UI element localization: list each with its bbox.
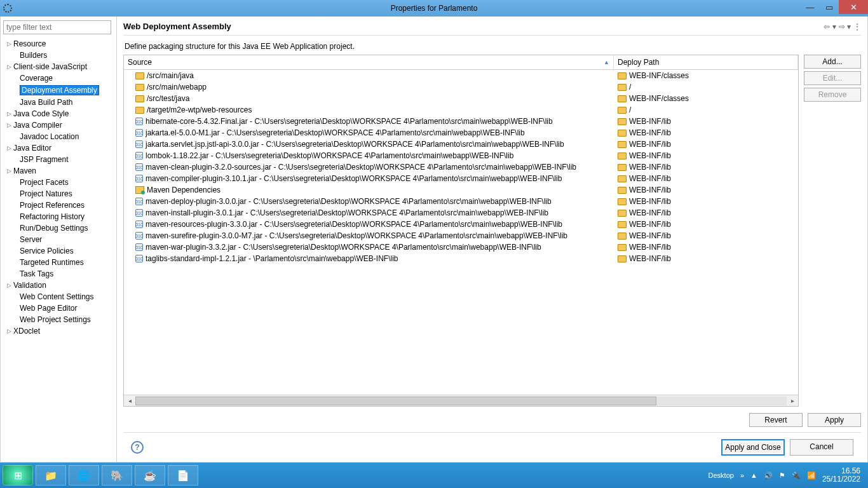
forward-icon[interactable]: ⇨ ▾ bbox=[839, 22, 851, 31]
deploy-cell: WEB-INF/lib bbox=[614, 163, 798, 172]
sidebar-item-web-content-settings[interactable]: Web Content Settings bbox=[3, 291, 114, 302]
table-row[interactable]: /src/main/javaWEB-INF/classes bbox=[124, 70, 798, 81]
clock[interactable]: 16.56 25/11/2022 bbox=[822, 467, 860, 484]
page-description: Define packaging structure for this Java… bbox=[123, 36, 861, 55]
sidebar-item-project-references[interactable]: Project References bbox=[3, 200, 114, 211]
chrome-icon[interactable]: 🌐 bbox=[69, 465, 99, 485]
jar-icon: 010 bbox=[135, 209, 143, 217]
sidebar-item-server[interactable]: Server bbox=[3, 234, 114, 245]
folder-icon bbox=[618, 244, 627, 251]
category-sidebar: ▷ResourceBuilders▷Client-side JavaScript… bbox=[1, 17, 117, 462]
help-icon[interactable]: ? bbox=[131, 441, 144, 454]
add-button[interactable]: Add... bbox=[804, 55, 861, 69]
apply-button[interactable]: Apply bbox=[808, 413, 861, 427]
folder-icon bbox=[618, 107, 627, 114]
cancel-button[interactable]: Cancel bbox=[790, 439, 853, 456]
table-row-empty bbox=[124, 287, 798, 299]
sidebar-item-java-compiler[interactable]: ▷Java Compiler bbox=[3, 119, 114, 131]
sidebar-item-project-facets[interactable]: Project Facets bbox=[3, 177, 114, 188]
deploy-cell: WEB-INF/lib bbox=[614, 197, 798, 206]
table-row[interactable]: 010hibernate-core-5.4.32.Final.jar - C:\… bbox=[124, 116, 798, 127]
sidebar-item-java-build-path[interactable]: Java Build Path bbox=[3, 97, 114, 108]
table-row[interactable]: 010maven-install-plugin-3.0.1.jar - C:\U… bbox=[124, 207, 798, 219]
sidebar-item-refactoring-history[interactable]: Refactoring History bbox=[3, 211, 114, 222]
table-row[interactable]: 010maven-war-plugin-3.3.2.jar - C:\Users… bbox=[124, 241, 798, 253]
desktop-toolbar-label[interactable]: Desktop bbox=[709, 471, 734, 479]
flag-icon[interactable]: ⚑ bbox=[779, 471, 785, 480]
sidebar-item-run-debug-settings[interactable]: Run/Debug Settings bbox=[3, 222, 114, 234]
table-row[interactable]: 010jakarta.el-5.0.0-M1.jar - C:\Users\se… bbox=[124, 127, 798, 139]
sort-indicator-icon: ▲ bbox=[604, 59, 609, 65]
tray-chevron-icon[interactable]: » bbox=[740, 471, 744, 479]
tray-up-icon[interactable]: ▲ bbox=[750, 471, 757, 479]
sidebar-item-resource[interactable]: ▷Resource bbox=[3, 38, 114, 50]
sidebar-item-maven[interactable]: ▷Maven bbox=[3, 165, 114, 177]
jar-icon: 010 bbox=[135, 129, 143, 137]
start-button[interactable]: ⊞ bbox=[3, 465, 33, 485]
sidebar-item-jsp-fragment[interactable]: JSP Fragment bbox=[3, 154, 114, 165]
table-row[interactable]: 010lombok-1.18.22.jar - C:\Users\segrete… bbox=[124, 150, 798, 161]
minimize-button[interactable]: — bbox=[801, 0, 820, 14]
power-icon[interactable]: 🔌 bbox=[792, 471, 801, 480]
jar-icon: 010 bbox=[135, 152, 143, 159]
apply-close-button[interactable]: Apply and Close bbox=[721, 439, 785, 456]
sidebar-item-label: Service Policies bbox=[20, 247, 74, 255]
page-title: Web Deployment Assembly bbox=[123, 22, 231, 31]
sidebar-item-service-policies[interactable]: Service Policies bbox=[3, 245, 114, 257]
table-row[interactable]: /target/m2e-wtp/web-resources/ bbox=[124, 104, 798, 116]
revert-button[interactable]: Revert bbox=[749, 413, 803, 427]
notepad-icon[interactable]: 📄 bbox=[168, 465, 198, 485]
source-cell: 010maven-resources-plugin-3.3.0.jar - C:… bbox=[124, 220, 614, 229]
table-row[interactable]: 010jakarta.servlet.jsp.jstl-api-3.0.0.ja… bbox=[124, 139, 798, 150]
sidebar-item-java-editor[interactable]: ▷Java Editor bbox=[3, 142, 114, 154]
table-row[interactable]: /src/test/javaWEB-INF/classes bbox=[124, 93, 798, 104]
sidebar-item-label: JSP Fragment bbox=[20, 155, 68, 164]
pgadmin-icon[interactable]: 🐘 bbox=[102, 465, 132, 485]
source-cell: /src/main/webapp bbox=[124, 83, 614, 92]
sidebar-item-validation[interactable]: ▷Validation bbox=[3, 280, 114, 291]
sidebar-item-deployment-assembly[interactable]: Deployment Assembly bbox=[3, 84, 114, 97]
sidebar-item-web-project-settings[interactable]: Web Project Settings bbox=[3, 314, 114, 325]
sidebar-item-javadoc-location[interactable]: Javadoc Location bbox=[3, 131, 114, 142]
table-row[interactable]: 010maven-deploy-plugin-3.0.0.jar - C:\Us… bbox=[124, 196, 798, 207]
sidebar-item-project-natures[interactable]: Project Natures bbox=[3, 188, 114, 200]
folder-icon bbox=[135, 84, 144, 91]
edit-button[interactable]: Edit... bbox=[804, 71, 861, 85]
back-icon[interactable]: ⇦ ▾ bbox=[824, 22, 836, 31]
close-button[interactable]: ✕ bbox=[839, 0, 868, 14]
table-row[interactable]: 010maven-clean-plugin-3.2.0-sources.jar … bbox=[124, 161, 798, 173]
menu-icon[interactable]: ⋮ bbox=[853, 22, 861, 31]
sidebar-item-targeted-runtimes[interactable]: Targeted Runtimes bbox=[3, 257, 114, 268]
table-row[interactable]: /src/main/webapp/ bbox=[124, 81, 798, 93]
column-deploy[interactable]: Deploy Path bbox=[614, 55, 798, 69]
sidebar-item-coverage[interactable]: Coverage bbox=[3, 72, 114, 84]
sidebar-item-web-page-editor[interactable]: Web Page Editor bbox=[3, 302, 114, 314]
table-row[interactable]: Maven DependenciesWEB-INF/lib bbox=[124, 184, 798, 196]
expander-icon: ▷ bbox=[7, 145, 13, 151]
remove-button[interactable]: Remove bbox=[804, 88, 861, 102]
sidebar-item-xdoclet[interactable]: ▷XDoclet bbox=[3, 325, 114, 337]
sidebar-item-label: Maven bbox=[13, 166, 36, 175]
column-source[interactable]: Source ▲ bbox=[124, 55, 614, 69]
wifi-icon[interactable]: 📶 bbox=[807, 471, 816, 480]
sidebar-item-task-tags[interactable]: Task Tags bbox=[3, 268, 114, 280]
folder-icon bbox=[618, 95, 627, 102]
table-row[interactable]: 010taglibs-standard-impl-1.2.1.jar - \Pa… bbox=[124, 253, 798, 264]
table-row[interactable]: 010maven-compiler-plugin-3.10.1.jar - C:… bbox=[124, 173, 798, 184]
filter-input[interactable] bbox=[3, 20, 111, 34]
table-row[interactable]: 010maven-resources-plugin-3.3.0.jar - C:… bbox=[124, 219, 798, 230]
horizontal-scrollbar[interactable]: ◂ ▸ bbox=[124, 395, 798, 406]
deploy-cell: WEB-INF/classes bbox=[614, 71, 798, 80]
sidebar-item-builders[interactable]: Builders bbox=[3, 50, 114, 61]
source-text: lombok-1.18.22.jar - C:\Users\segreteria… bbox=[146, 151, 513, 160]
eclipse-task-icon[interactable]: ☕ bbox=[135, 465, 165, 485]
deploy-text: WEB-INF/lib bbox=[629, 140, 671, 149]
table-row[interactable]: 010maven-surefire-plugin-3.0.0-M7.jar - … bbox=[124, 230, 798, 241]
volume-icon[interactable]: 🔊 bbox=[764, 471, 773, 480]
maximize-button[interactable]: ▭ bbox=[820, 0, 839, 14]
sidebar-item-client-side-javascript[interactable]: ▷Client-side JavaScript bbox=[3, 61, 114, 72]
expander-icon: ▷ bbox=[7, 64, 13, 70]
explorer-icon[interactable]: 📁 bbox=[36, 465, 66, 485]
deploy-text: / bbox=[629, 83, 631, 92]
sidebar-item-java-code-style[interactable]: ▷Java Code Style bbox=[3, 108, 114, 119]
